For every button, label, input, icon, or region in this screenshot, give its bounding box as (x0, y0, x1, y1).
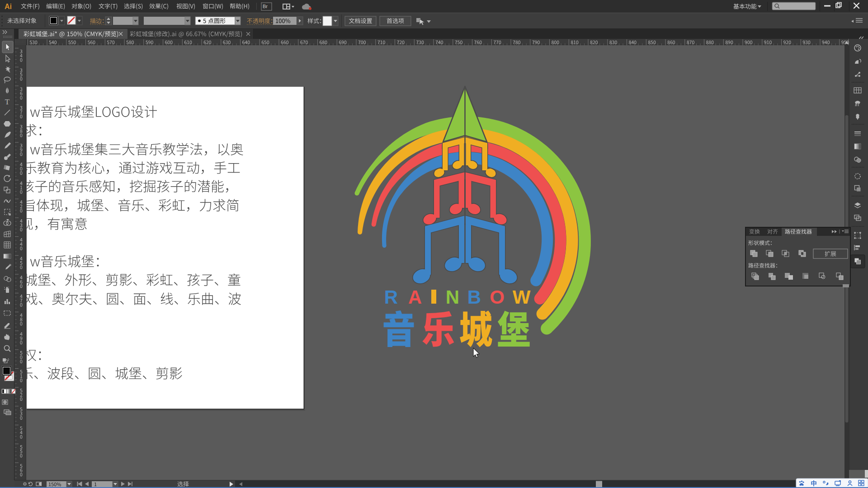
svg-text:B: B (467, 286, 481, 308)
svg-text:A: A (408, 286, 422, 308)
svg-text:N: N (446, 286, 459, 308)
svg-text:R: R (384, 286, 398, 308)
svg-text:O: O (490, 286, 505, 308)
svg-text:Br: Br (263, 4, 268, 9)
svg-text:Ai: Ai (5, 3, 12, 10)
svg-text:W: W (513, 286, 531, 308)
svg-text:T: T (5, 98, 10, 106)
